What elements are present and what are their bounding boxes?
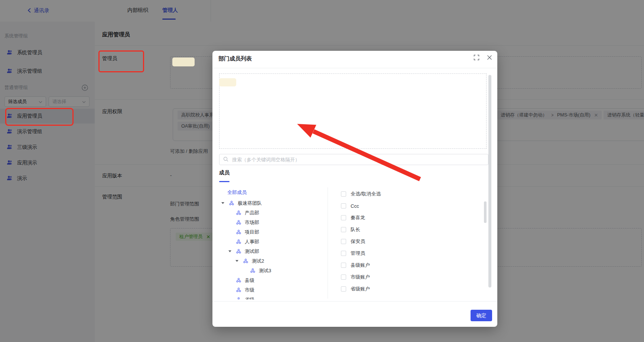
dept-member-dialog: 部门成员列表 成员 全部成员 极速搭团队产品部市场部项目部人事部测试部测试2测试… — [212, 51, 497, 327]
member-label: 管理员 — [351, 250, 365, 257]
tree-node-测试部[interactable]: 测试部 — [219, 247, 327, 256]
checkbox[interactable] — [341, 274, 346, 280]
tree-node-label: 人事部 — [245, 239, 259, 245]
department-icon — [236, 297, 241, 299]
app-screen: 通讯录 内部组织 管理人 系统管理组 系统管理员演示管理组 普通管理组 筛选成员… — [0, 0, 644, 342]
tree-node-label: 省级 — [245, 297, 254, 299]
annotation-highlight-sidebar-item — [5, 108, 74, 126]
member-label: 县级账户 — [351, 262, 370, 269]
member-label: 保安员 — [351, 238, 365, 245]
tree-node-省级[interactable]: 省级 — [219, 295, 327, 299]
member-row-Ccc[interactable]: Ccc — [341, 201, 359, 211]
department-icon — [236, 229, 241, 236]
caret-down-icon[interactable] — [221, 202, 224, 204]
tree-node-市场部[interactable]: 市场部 — [219, 218, 327, 227]
member-label: Ccc — [351, 203, 359, 209]
annotation-highlight-admin-label — [98, 50, 144, 72]
checkbox[interactable] — [341, 251, 346, 256]
close-icon[interactable] — [487, 55, 493, 61]
member-label: 秦喜龙 — [351, 214, 365, 221]
selected-members-area[interactable] — [219, 73, 487, 149]
department-icon — [243, 258, 248, 265]
divider — [328, 187, 328, 299]
dialog-title: 部门成员列表 — [218, 55, 252, 62]
all-members-link[interactable]: 全部成员 — [227, 188, 247, 197]
modal-scrollbar[interactable] — [488, 75, 491, 287]
member-label: 市级账户 — [351, 274, 370, 280]
tree-node-人事部[interactable]: 人事部 — [219, 237, 327, 247]
select-all-row[interactable]: 全选/取消全选 — [341, 189, 381, 199]
department-icon — [236, 239, 241, 246]
fullscreen-icon[interactable] — [474, 55, 480, 61]
tree-node-label: 极速搭团队 — [238, 200, 262, 206]
tree-node-label: 县级 — [245, 277, 254, 283]
member-row-市级账户[interactable]: 市级账户 — [341, 272, 370, 282]
checkbox[interactable] — [341, 203, 346, 208]
member-search-box — [219, 154, 488, 165]
member-row-县级账户[interactable]: 县级账户 — [341, 260, 370, 270]
checkbox[interactable] — [341, 215, 346, 220]
caret-down-icon[interactable] — [228, 250, 231, 252]
tree-node-项目部[interactable]: 项目部 — [219, 227, 327, 237]
tree-node-label: 市级 — [245, 287, 254, 293]
member-label: 全选/取消全选 — [351, 191, 381, 197]
member-label: 队长 — [351, 226, 360, 233]
tree-node-label: 产品部 — [245, 210, 259, 216]
department-icon — [250, 268, 256, 274]
department-icon — [236, 287, 241, 294]
member-row-保安员[interactable]: 保安员 — [341, 237, 365, 246]
tree-node-产品部[interactable]: 产品部 — [219, 208, 327, 218]
tab-members[interactable]: 成员 — [219, 170, 230, 176]
member-label: 省级账户 — [351, 286, 370, 292]
checkbox[interactable] — [341, 239, 346, 244]
tree-node-市级[interactable]: 市级 — [219, 285, 327, 295]
department-icon — [236, 277, 241, 284]
divider — [212, 301, 497, 302]
member-row-队长[interactable]: 队长 — [341, 225, 360, 234]
member-row-秦喜龙[interactable]: 秦喜龙 — [341, 213, 365, 223]
tree-node-县级[interactable]: 县级 — [219, 276, 327, 285]
member-checkbox-list: 全选/取消全选Ccc秦喜龙队长保安员管理员县级账户市级账户省级账户 — [341, 189, 482, 299]
tree-node-测试2[interactable]: 测试2 — [219, 256, 327, 266]
search-input[interactable] — [231, 157, 484, 163]
active-tab-underline — [219, 181, 230, 182]
divider — [212, 68, 497, 68]
department-icon — [236, 220, 241, 226]
tree-node-label: 测试2 — [252, 258, 264, 264]
tree-node-label: 测试部 — [245, 249, 259, 254]
list-scrollbar[interactable] — [484, 201, 487, 223]
checkbox[interactable] — [341, 191, 346, 197]
tree-node-极速搭团队[interactable]: 极速搭团队 — [219, 198, 327, 208]
checkbox[interactable] — [341, 286, 346, 292]
member-row-省级账户[interactable]: 省级账户 — [341, 284, 370, 294]
tree-node-测试3[interactable]: 测试3 — [219, 266, 327, 276]
redacted-name-tag — [219, 78, 236, 86]
tree-node-label: 市场部 — [245, 220, 259, 226]
department-icon — [229, 200, 234, 207]
department-tree: 全部成员 极速搭团队产品部市场部项目部人事部测试部测试2测试3县级市级省级 — [219, 186, 327, 299]
confirm-button[interactable]: 确定 — [471, 310, 492, 321]
tree-node-label: 测试3 — [259, 268, 271, 274]
search-icon — [223, 157, 228, 163]
department-icon — [236, 249, 241, 255]
department-icon — [236, 210, 241, 217]
checkbox[interactable] — [341, 227, 346, 232]
checkbox[interactable] — [341, 263, 346, 268]
tree-node-label: 项目部 — [245, 229, 259, 235]
redacted-name-tag — [172, 57, 195, 66]
member-row-管理员[interactable]: 管理员 — [341, 249, 365, 258]
caret-down-icon[interactable] — [235, 260, 238, 262]
